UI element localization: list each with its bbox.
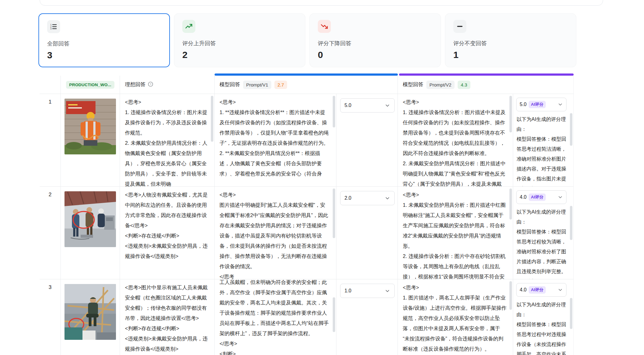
v1-score-value: 1.0 — [344, 288, 351, 294]
v1-score-dropdown[interactable]: 5.0 — [340, 98, 395, 113]
v2-ai-score-cell: 4.0 AI评分 以下为AI生成的评分理由： 模型回答整体：模型回答思考过程中对… — [513, 279, 574, 355]
v1-score-cell: 5.0 — [336, 94, 398, 186]
scrollbar[interactable] — [333, 297, 335, 332]
ai-reason-text: 以下为AI生成的评分理由： 模型回答整体：模型回答思考过程简洁清晰，准确对照标准… — [517, 114, 568, 186]
ideal-answer-label: 理想回答 — [125, 81, 145, 88]
ai-score-badge: AI评分 — [529, 101, 546, 108]
row-image-thumbnail[interactable] — [64, 191, 116, 247]
scrollbar[interactable] — [509, 189, 512, 220]
row-image-thumbnail[interactable] — [64, 99, 116, 154]
v2-score-dropdown[interactable]: 5.0 AI评分 — [516, 98, 566, 111]
table-header-row: PRODUCTION_WO... 理想回答 ? 模型回答 Prompt/V1 2… — [40, 76, 574, 94]
ai-reason-text: 以下为AI生成的评分理由： 模型回答整体：模型回答思考过程中对违规操作设备（未按… — [517, 300, 568, 355]
svg-text:3: 3 — [50, 28, 51, 30]
ai-reason-area[interactable]: 以下为AI生成的评分理由： 模型回答整体：模型回答思考过程较为清晰，准确对照标准… — [513, 204, 573, 279]
upper-panel-bottom-edge — [40, 0, 603, 6]
ai-reason-area[interactable]: 以下为AI生成的评分理由： 模型回答整体：模型回答思考过程中对违规操作设备（未按… — [513, 297, 573, 355]
v1-average-score-badge: 2.7 — [274, 81, 287, 89]
index-column-header — [40, 76, 61, 94]
model-v2-answer-cell[interactable]: <思考> 1. 未佩戴安全防护用具分析：图片描述中红圈明确标注“施工人员未戴安全… — [398, 187, 513, 279]
model-v1-answer-text: <思考> 1. **违规操作设备情况分析**：图片描述中未提及任何操作设备的行为… — [220, 97, 330, 179]
model-v2-column-header: 模型回答 Prompt/V2 4.3 — [398, 76, 574, 94]
card-label: 全部回答 — [47, 40, 161, 47]
scrollbar[interactable] — [570, 113, 572, 146]
ai-score-badge: AI评分 — [529, 286, 546, 294]
row-index: 1 — [40, 94, 61, 186]
minus-icon — [453, 20, 466, 33]
card-score-down-answers[interactable]: 评分下降回答 0 — [309, 13, 441, 67]
chevron-down-icon — [557, 102, 563, 107]
ideal-answer-text: <思考> 1. 违规操作设备情况分析：图片未提及操作设备行为，不涉及违反设备操作… — [125, 97, 208, 186]
svg-text:?: ? — [150, 82, 151, 86]
chevron-down-icon — [557, 194, 563, 200]
model-v1-answer-cell[interactable]: <思考> 图片描述中明确提到“施工人员未戴安全帽”，安全帽属于标准2中“应佩戴的… — [215, 187, 336, 279]
model-v2-answer-cell[interactable]: <思考> 1. 图片描述中，两名工人在脚手架（生产作业设备/设施）上进行高空作业… — [398, 279, 513, 355]
ideal-answer-column-header: 理想回答 ? — [120, 76, 215, 94]
ideal-answer-cell[interactable]: <思考> 1. 违规操作设备情况分析：图片未提及操作设备行为，不涉及违反设备操作… — [120, 94, 215, 186]
row-index: 3 — [40, 279, 61, 355]
model-answer-label: 模型回答 — [403, 81, 423, 88]
chevron-down-icon — [384, 103, 390, 109]
dataset-badge: PRODUCTION_WO... — [66, 81, 114, 89]
v2-score-value: 4.0 — [520, 287, 526, 293]
card-label: 评分下降回答 — [318, 40, 433, 47]
ideal-answer-cell[interactable]: <思考>图片中显示有施工人员未佩戴安全帽（红色圈注区域的工人未佩戴安全帽）；传绿… — [120, 279, 215, 355]
scrollbar[interactable] — [570, 206, 572, 240]
model-v1-answer-text: 工人虽戴帽，但未明确为符合要求的安全帽；此外，高空作业（脚手架作业属于高空作业）… — [220, 279, 330, 355]
v2-score-dropdown[interactable]: 4.0 AI评分 — [516, 190, 566, 204]
model-v2-answer-text: <思考> 1. 未佩戴安全防护用具分析：图片描述中红圈明确标注“施工人员未戴安全… — [403, 190, 507, 279]
prompt-v1-badge: Prompt/V1 — [243, 81, 271, 89]
help-icon[interactable]: ? — [148, 81, 153, 88]
v1-score-dropdown[interactable]: 2.0 — [340, 191, 395, 205]
model-v1-column-header: 模型回答 Prompt/V1 2.7 — [215, 76, 398, 94]
card-label: 评分上升回答 — [182, 40, 297, 47]
scrollbar[interactable] — [333, 189, 335, 238]
card-score-up-answers[interactable]: 评分上升回答 2 — [174, 13, 305, 67]
model-v1-answer-cell[interactable]: 工人虽戴帽，但未明确为符合要求的安全帽；此外，高空作业（脚手架作业属于高空作业）… — [215, 279, 336, 355]
model-v1-answer-text: <思考> 图片描述中明确提到“施工人员未戴安全帽”，安全帽属于标准2中“应佩戴的… — [220, 190, 330, 279]
chevron-down-icon — [557, 287, 563, 293]
v2-score-value: 4.0 — [520, 194, 526, 200]
v2-score-dropdown[interactable]: 4.0 AI评分 — [516, 283, 566, 297]
card-value: 0 — [318, 50, 433, 60]
ideal-answer-cell[interactable]: <思考>人物没有佩戴安全帽，尤其是中间的和左边的任务。且设备的使用方式非常危险，… — [120, 187, 215, 279]
card-value: 3 — [47, 50, 161, 60]
prompt-v2-badge: Prompt/V2 — [426, 81, 455, 89]
scrollbar[interactable] — [509, 281, 512, 310]
ai-reason-text: 以下为AI生成的评分理由： 模型回答整体：模型回答思考过程较为清晰，准确对照标准… — [517, 207, 568, 279]
table-row: 2 <思考>人物没有佩戴安全帽，尤其是中间的和左边的任务。且设备的使用方式非常危… — [40, 187, 574, 279]
summary-cards: 123 全部回答 3 评分上升回答 2 评分下降回答 0 评分不变回答 1 — [38, 13, 576, 67]
card-all-answers[interactable]: 123 全部回答 3 — [38, 13, 170, 67]
row-image-thumbnail[interactable] — [64, 284, 116, 340]
ai-reason-area[interactable]: 以下为AI生成的评分理由： 模型回答整体：模型回答思考过程简洁清晰，准确对照标准… — [513, 111, 573, 186]
v2-score-value: 5.0 — [520, 102, 526, 107]
card-value: 1 — [453, 50, 568, 60]
image-column-header: PRODUCTION_WO... — [61, 76, 120, 94]
card-score-unchanged-answers[interactable]: 评分不变回答 1 — [445, 13, 576, 67]
evaluation-dashboard: 123 全部回答 3 评分上升回答 2 评分下降回答 0 评分不变回答 1 — [0, 0, 644, 355]
scrollbar[interactable] — [570, 298, 572, 329]
v2-column-accent-bar — [399, 73, 574, 76]
v1-score-value: 5.0 — [344, 103, 351, 108]
chevron-down-icon — [384, 288, 390, 294]
v1-score-value: 2.0 — [344, 195, 351, 201]
model-v2-answer-cell[interactable]: <思考> 1. 违规操作设备情况分析：图片描述中未提及任何操作设备的行为（如未按… — [398, 94, 513, 186]
v1-score-cell: 1.0 — [336, 279, 398, 355]
card-value: 2 — [182, 50, 297, 60]
v2-average-score-badge: 4.3 — [458, 81, 470, 89]
trend-up-icon — [182, 20, 195, 33]
v1-column-accent-bar — [215, 73, 398, 76]
image-cell — [61, 187, 120, 279]
row-index: 2 — [40, 187, 61, 279]
image-cell — [61, 94, 120, 186]
scrollbar[interactable] — [211, 96, 213, 142]
answers-comparison-table: PRODUCTION_WO... 理想回答 ? 模型回答 Prompt/V1 2… — [40, 73, 574, 355]
v2-ai-score-cell: 5.0 AI评分 以下为AI生成的评分理由： 模型回答整体：模型回答思考过程简洁… — [513, 94, 574, 186]
scrollbar[interactable] — [509, 96, 512, 132]
image-cell — [61, 279, 120, 355]
v1-score-dropdown[interactable]: 1.0 — [340, 284, 395, 298]
chevron-down-icon — [384, 195, 390, 201]
scrollbar[interactable] — [333, 96, 335, 127]
ideal-answer-text: <思考>图片中显示有施工人员未佩戴安全帽（红色圈注区域的工人未佩戴安全帽）；传绿… — [125, 282, 208, 354]
model-v1-answer-cell[interactable]: <思考> 1. **违规操作设备情况分析**：图片描述中未提及任何操作设备的行为… — [215, 94, 336, 186]
